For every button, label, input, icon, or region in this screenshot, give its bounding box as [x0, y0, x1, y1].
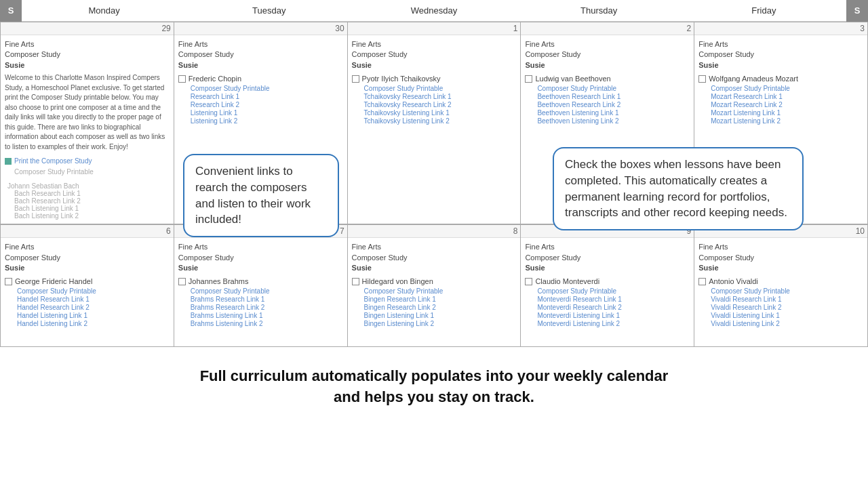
bra-link-4[interactable]: Brahms Listening Link 2: [191, 320, 343, 327]
bra-link-1[interactable]: Brahms Research Link 1: [191, 296, 343, 303]
bra-link-3[interactable]: Brahms Listening Link 1: [191, 312, 343, 319]
bra-link-0[interactable]: Composer Study Printable: [191, 287, 343, 295]
bin-link-1[interactable]: Bingen Research Link 1: [364, 296, 517, 303]
tchaikovsky-checkbox[interactable]: [352, 75, 359, 83]
viv-link-4[interactable]: Vivaldi Listening Link 2: [711, 320, 863, 327]
han-link-1[interactable]: Handel Research Link 1: [17, 296, 170, 303]
beet-link-1[interactable]: Beethoven Research Link 1: [537, 93, 690, 100]
chopin-link-4[interactable]: Listening Link 2: [191, 117, 343, 125]
vivaldi-header: Antonio Vivaldi: [698, 277, 863, 285]
beet-link-4[interactable]: Beethoven Listening Link 2: [537, 117, 690, 125]
monteverdi-name: Claudio Monteverdi: [535, 277, 599, 285]
mozart-checkbox[interactable]: [698, 75, 706, 83]
han-link-2[interactable]: Handel Research Link 2: [17, 304, 170, 311]
chopin-link-0[interactable]: Composer Study Printable: [191, 85, 343, 92]
brahms-section: Johannes Brahms Composer Study Printable…: [178, 277, 343, 327]
bach-link-3[interactable]: Bach Listening Link 1: [14, 205, 170, 212]
tchai-link-0[interactable]: Composer Study Printable: [364, 85, 517, 92]
tchai-link-3[interactable]: Tchaikovsky Listening Link 1: [364, 109, 517, 117]
tchai-link-1[interactable]: Tchaikovsky Research Link 1: [364, 93, 517, 100]
bin-link-3[interactable]: Bingen Listening Link 1: [364, 312, 517, 319]
bach-label: Johann Sebastian Bach: [7, 182, 79, 190]
brahms-checkbox[interactable]: [178, 278, 186, 285]
mon-link-3[interactable]: Monteverdi Listening Link 1: [537, 312, 690, 319]
viv-link-2[interactable]: Vivaldi Research Link 2: [711, 304, 863, 311]
bach-link-4[interactable]: Bach Listening Link 2: [14, 212, 170, 220]
bin-link-4[interactable]: Bingen Listening Link 2: [364, 320, 517, 327]
chopin-name: Frederic Chopin: [189, 75, 241, 83]
mozart-header: Wolfgang Amadeus Mozart: [698, 75, 863, 83]
bin-link-2[interactable]: Bingen Research Link 2: [364, 304, 517, 311]
cell-thu1: Fine Arts Composer Study Susie Ludwig va…: [521, 35, 694, 144]
mozart-section: Wolfgang Amadeus Mozart Composer Study P…: [698, 75, 863, 125]
cell-wed2: Fine Arts Composer Study Susie Hildegard…: [348, 238, 521, 346]
vivaldi-links: Composer Study Printable Vivaldi Researc…: [698, 287, 863, 327]
bingen-header: Hildegard von Bingen: [352, 277, 517, 285]
bra-link-2[interactable]: Brahms Research Link 2: [191, 304, 343, 311]
bingen-checkbox[interactable]: [352, 278, 359, 285]
brahms-header: Johannes Brahms: [178, 277, 343, 285]
chopin-link-1[interactable]: Research Link 1: [191, 93, 343, 100]
mon-link-2[interactable]: Monteverdi Research Link 2: [537, 304, 690, 311]
col-wednesday-row1: 1 Fine Arts Composer Study Susie Pyotr I…: [348, 22, 521, 224]
viv-link-3[interactable]: Vivaldi Listening Link 1: [711, 312, 863, 319]
moz-link-1[interactable]: Mozart Research Link 1: [711, 93, 863, 100]
moz-link-3[interactable]: Mozart Listening Link 1: [711, 109, 863, 117]
han-link-0[interactable]: Composer Study Printable: [17, 287, 170, 295]
col-tuesday-row2: 7 Fine Arts Composer Study Susie Johanne…: [174, 225, 348, 347]
viv-link-0[interactable]: Composer Study Printable: [711, 287, 863, 295]
print-composer-link[interactable]: Print the Composer Study: [5, 157, 170, 165]
bingen-name: Hildegard von Bingen: [362, 277, 433, 285]
han-link-3[interactable]: Handel Listening Link 1: [17, 312, 170, 319]
vivaldi-section: Antonio Vivaldi Composer Study Printable…: [698, 277, 863, 327]
beethoven-checkbox[interactable]: [525, 75, 532, 83]
sidebar-print-section: Print the Composer Study Composer Study …: [5, 157, 170, 177]
tchai-link-2[interactable]: Tchaikovsky Research Link 2: [364, 101, 517, 108]
beet-link-2[interactable]: Beethoven Research Link 2: [537, 101, 690, 108]
cell-wed1: Fine Arts Composer Study Susie Pyotr Ily…: [348, 35, 521, 144]
tchaikovsky-links: Composer Study Printable Tchaikovsky Res…: [352, 85, 517, 125]
monteverdi-section: Claudio Monteverdi Composer Study Printa…: [525, 277, 690, 327]
han-link-4[interactable]: Handel Listening Link 2: [17, 320, 170, 327]
bach-link-1[interactable]: Bach Research Link 1: [14, 190, 170, 197]
cell-title-fri2: Fine Arts Composer Study Susie: [698, 242, 863, 273]
corner-right-btn[interactable]: S: [846, 0, 868, 22]
composer-study-printable-link[interactable]: Composer Study Printable: [14, 168, 94, 176]
chopin-link-3[interactable]: Listening Link 1: [191, 109, 343, 117]
cell-title-tue2: Fine Arts Composer Study Susie: [178, 242, 343, 273]
tchai-link-4[interactable]: Tchaikovsky Listening Link 2: [364, 117, 517, 125]
cell-title-fri1: Fine Arts Composer Study Susie: [698, 39, 863, 70]
mon-link-4[interactable]: Monteverdi Listening Link 2: [537, 320, 690, 327]
moz-link-0[interactable]: Composer Study Printable: [711, 85, 863, 92]
chopin-checkbox[interactable]: [178, 75, 186, 83]
moz-link-4[interactable]: Mozart Listening Link 2: [711, 117, 863, 125]
monteverdi-links: Composer Study Printable Monteverdi Rese…: [525, 287, 690, 327]
cell-thu2: Fine Arts Composer Study Susie Claudio M…: [521, 238, 694, 346]
cell-title-tue1: Fine Arts Composer Study Susie: [178, 39, 343, 70]
cell-sidebar: Fine Arts Composer Study Susie Welcome t…: [1, 35, 174, 224]
col-wednesday-row2: 8 Fine Arts Composer Study Susie Hildega…: [348, 225, 521, 347]
viv-link-1[interactable]: Vivaldi Research Link 1: [711, 296, 863, 303]
cell-title-wed1: Fine Arts Composer Study Susie: [352, 39, 517, 70]
monteverdi-checkbox[interactable]: [525, 278, 532, 285]
bin-link-0[interactable]: Composer Study Printable: [364, 287, 517, 295]
corner-left-btn[interactable]: S: [0, 0, 22, 22]
bingen-links: Composer Study Printable Bingen Research…: [352, 287, 517, 327]
beethoven-header: Ludwig van Beethoven: [525, 75, 690, 83]
bach-link-2[interactable]: Bach Research Link 2: [14, 197, 170, 205]
chopin-link-2[interactable]: Research Link 2: [191, 101, 343, 108]
sidebar-bach-section: Johann Sebastian Bach Bach Research Link…: [5, 182, 170, 220]
date-6: 6: [1, 225, 174, 238]
beet-link-3[interactable]: Beethoven Listening Link 1: [537, 109, 690, 117]
handel-checkbox[interactable]: [5, 278, 12, 285]
brahms-name: Johannes Brahms: [189, 277, 249, 285]
day-friday: Friday: [682, 5, 846, 16]
mon-link-1[interactable]: Monteverdi Research Link 1: [537, 296, 690, 303]
vivaldi-checkbox[interactable]: [698, 278, 706, 285]
beet-link-0[interactable]: Composer Study Printable: [537, 85, 690, 92]
mon-link-0[interactable]: Composer Study Printable: [537, 287, 690, 295]
col-monday-row2: 6 Fine Arts Composer Study Susie George …: [0, 225, 174, 347]
beethoven-name: Ludwig van Beethoven: [535, 75, 610, 83]
handel-name: George Frideric Handel: [15, 277, 92, 285]
moz-link-2[interactable]: Mozart Research Link 2: [711, 101, 863, 108]
